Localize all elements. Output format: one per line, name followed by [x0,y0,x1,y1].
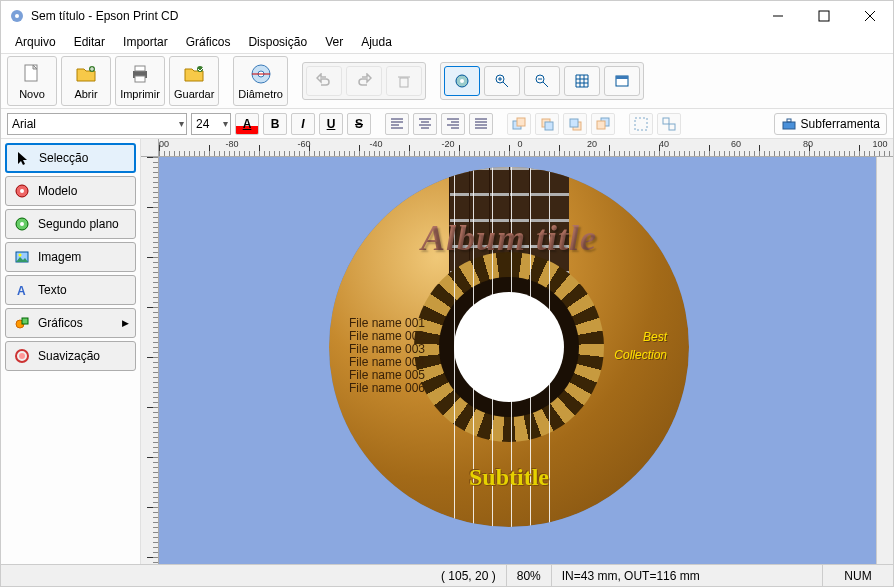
maximize-button[interactable] [801,1,847,31]
tool-seleccao[interactable]: Selecção [5,143,136,173]
strike-button[interactable]: S [347,113,371,135]
align-justify-button[interactable] [469,113,493,135]
stack-front-icon [511,116,527,132]
tool-modelo[interactable]: Modelo [5,176,136,206]
dialog-icon [614,73,630,89]
svg-line-21 [503,82,508,87]
tool-graficos[interactable]: Gráficos ▶ [5,308,136,338]
undo-button[interactable] [306,66,342,96]
menu-graficos[interactable]: Gráficos [178,33,239,51]
ruler-horizontal[interactable]: -100-80-60-40-20020406080100 [159,139,893,157]
zoom-out-button[interactable] [524,66,560,96]
svg-point-49 [19,353,25,359]
send-back-button[interactable] [591,113,615,135]
cursor-icon [15,150,31,166]
menu-arquivo[interactable]: Arquivo [7,33,64,51]
disc-diameter-icon [249,62,273,86]
svg-rect-3 [819,11,829,21]
menu-editar[interactable]: Editar [66,33,113,51]
tool-imagem[interactable]: Imagem [5,242,136,272]
svg-rect-27 [517,118,525,126]
open-button[interactable]: Abrir [61,56,111,106]
toolbox-icon [781,116,797,132]
tool-texto[interactable]: A Texto [5,275,136,305]
zoom-fit-button[interactable] [444,66,480,96]
align-left-button[interactable] [385,113,409,135]
svg-line-23 [543,82,548,87]
zoom-out-icon [534,73,550,89]
format-toolbar: Arial▾ 24▾ A B I U S Subferramenta [1,109,893,139]
svg-point-44 [19,254,22,257]
tool-panel: Selecção Modelo Segundo plano Imagem A T… [1,139,141,564]
underline-button[interactable]: U [319,113,343,135]
print-button[interactable]: Imprimir [115,56,165,106]
grid-button[interactable] [564,66,600,96]
align-center-button[interactable] [413,113,437,135]
bold-button[interactable]: B [263,113,287,135]
align-right-button[interactable] [441,113,465,135]
properties-button[interactable] [604,66,640,96]
tool-segundo-plano[interactable]: Segundo plano [5,209,136,239]
stack-down-icon [567,116,583,132]
menubar: Arquivo Editar Importar Gráficos Disposi… [1,31,893,53]
align-left-icon [389,116,405,132]
send-backward-button[interactable] [563,113,587,135]
menu-disposicao[interactable]: Disposição [240,33,315,51]
text-icon: A [14,282,30,298]
new-button[interactable]: Novo [7,56,57,106]
svg-text:A: A [17,284,26,298]
ungroup-button[interactable] [657,113,681,135]
trash-icon [396,73,412,89]
ruler-corner [141,139,159,157]
file-list-item: File name 006 [349,382,425,395]
group-button[interactable] [629,113,653,135]
svg-rect-33 [597,121,605,129]
subferramenta-button[interactable]: Subferramenta [774,113,887,135]
tool-suavizacao[interactable]: Suavização [5,341,136,371]
bring-front-button[interactable] [507,113,531,135]
svg-rect-10 [135,66,145,71]
redo-button[interactable] [346,66,382,96]
background-icon [14,216,30,232]
svg-point-42 [20,222,24,226]
bring-forward-button[interactable] [535,113,559,135]
svg-rect-34 [635,118,647,130]
titlebar: Sem título - Epson Print CD [1,1,893,31]
history-group [302,62,426,100]
canvas[interactable]: Album title File name 001File name 002Fi… [159,157,876,564]
disc-preview[interactable]: Album title File name 001File name 002Fi… [329,167,689,527]
font-color-button[interactable]: A [235,113,259,135]
folder-open-icon [74,62,98,86]
vertical-scrollbar[interactable] [876,157,893,564]
svg-rect-16 [400,78,408,87]
svg-rect-35 [663,118,669,124]
diameter-button[interactable]: Diâmetro [233,56,288,106]
ruler-vertical[interactable] [141,157,159,564]
file-list[interactable]: File name 001File name 002File name 003F… [349,317,425,395]
best-collection-text[interactable]: Best Collection [614,327,667,363]
chevron-right-icon: ▶ [122,318,129,328]
menu-importar[interactable]: Importar [115,33,176,51]
zoom-in-button[interactable] [484,66,520,96]
chevron-down-icon: ▾ [223,118,228,129]
zoom-group [440,62,644,100]
menu-ver[interactable]: Ver [317,33,351,51]
svg-point-40 [20,189,24,193]
minimize-button[interactable] [755,1,801,31]
close-button[interactable] [847,1,893,31]
album-title-text[interactable]: Album title [329,217,689,259]
font-name-select[interactable]: Arial▾ [7,113,187,135]
italic-button[interactable]: I [291,113,315,135]
menu-ajuda[interactable]: Ajuda [353,33,400,51]
stack-back-icon [595,116,611,132]
status-dims: IN=43 mm, OUT=116 mm [552,565,823,586]
status-coords: ( 105, 20 ) [431,565,507,586]
svg-rect-37 [783,122,795,129]
font-size-select[interactable]: 24▾ [191,113,231,135]
group-icon [633,116,649,132]
disc-center-hole [454,292,564,402]
disc-model-icon [14,183,30,199]
subtitle-text[interactable]: Subtitle [329,464,689,491]
save-button[interactable]: Guardar [169,56,219,106]
trash-button[interactable] [386,66,422,96]
